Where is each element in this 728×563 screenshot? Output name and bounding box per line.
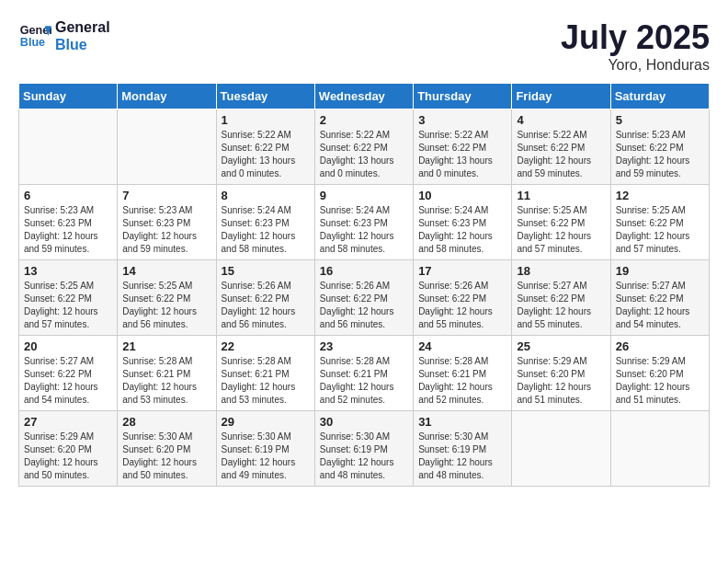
day-info: Sunrise: 5:25 AMSunset: 6:22 PMDaylight:… bbox=[517, 204, 605, 256]
day-info: Sunrise: 5:24 AMSunset: 6:23 PMDaylight:… bbox=[320, 204, 408, 256]
day-info: Sunrise: 5:22 AMSunset: 6:22 PMDaylight:… bbox=[517, 129, 605, 180]
calendar-cell: 8Sunrise: 5:24 AMSunset: 6:23 PMDaylight… bbox=[216, 185, 314, 260]
day-info: Sunrise: 5:29 AMSunset: 6:20 PMDaylight:… bbox=[616, 355, 704, 407]
day-number: 21 bbox=[122, 339, 210, 353]
calendar-cell bbox=[610, 411, 709, 487]
day-number: 31 bbox=[418, 415, 506, 429]
calendar-cell: 15Sunrise: 5:26 AMSunset: 6:22 PMDayligh… bbox=[216, 260, 314, 336]
logo: General Blue General Blue bbox=[18, 18, 110, 53]
day-info: Sunrise: 5:23 AMSunset: 6:23 PMDaylight:… bbox=[122, 204, 210, 256]
calendar-cell: 13Sunrise: 5:25 AMSunset: 6:22 PMDayligh… bbox=[19, 260, 118, 336]
location-subtitle: Yoro, Honduras bbox=[561, 57, 710, 74]
calendar-cell: 14Sunrise: 5:25 AMSunset: 6:22 PMDayligh… bbox=[118, 260, 216, 336]
calendar-cell: 12Sunrise: 5:25 AMSunset: 6:22 PMDayligh… bbox=[610, 185, 709, 260]
day-info: Sunrise: 5:24 AMSunset: 6:23 PMDaylight:… bbox=[222, 204, 310, 256]
calendar-cell bbox=[118, 109, 216, 185]
day-number: 26 bbox=[616, 339, 704, 353]
day-number: 20 bbox=[24, 339, 112, 353]
calendar-cell: 18Sunrise: 5:27 AMSunset: 6:22 PMDayligh… bbox=[512, 260, 610, 336]
calendar-cell: 17Sunrise: 5:26 AMSunset: 6:22 PMDayligh… bbox=[414, 260, 512, 336]
calendar-table: SundayMondayTuesdayWednesdayThursdayFrid… bbox=[18, 83, 710, 487]
calendar-cell: 6Sunrise: 5:23 AMSunset: 6:23 PMDaylight… bbox=[19, 185, 118, 260]
day-info: Sunrise: 5:30 AMSunset: 6:19 PMDaylight:… bbox=[320, 431, 408, 482]
calendar-cell: 20Sunrise: 5:27 AMSunset: 6:22 PMDayligh… bbox=[19, 336, 118, 411]
calendar-cell: 30Sunrise: 5:30 AMSunset: 6:19 PMDayligh… bbox=[314, 411, 413, 487]
day-number: 8 bbox=[222, 189, 310, 202]
calendar-cell: 16Sunrise: 5:26 AMSunset: 6:22 PMDayligh… bbox=[314, 260, 413, 336]
calendar-cell: 21Sunrise: 5:28 AMSunset: 6:21 PMDayligh… bbox=[118, 336, 216, 411]
calendar-cell: 10Sunrise: 5:24 AMSunset: 6:23 PMDayligh… bbox=[414, 185, 512, 260]
day-number: 24 bbox=[418, 339, 506, 353]
day-info: Sunrise: 5:27 AMSunset: 6:22 PMDaylight:… bbox=[24, 355, 112, 407]
day-info: Sunrise: 5:24 AMSunset: 6:23 PMDaylight:… bbox=[418, 204, 506, 256]
day-info: Sunrise: 5:27 AMSunset: 6:22 PMDaylight:… bbox=[616, 280, 704, 331]
day-number: 16 bbox=[320, 264, 408, 278]
day-number: 30 bbox=[320, 415, 408, 429]
day-number: 15 bbox=[222, 264, 310, 278]
calendar-cell bbox=[512, 411, 610, 487]
calendar-cell: 7Sunrise: 5:23 AMSunset: 6:23 PMDaylight… bbox=[118, 185, 216, 260]
day-number: 9 bbox=[320, 189, 408, 202]
day-info: Sunrise: 5:23 AMSunset: 6:22 PMDaylight:… bbox=[616, 129, 704, 180]
day-info: Sunrise: 5:29 AMSunset: 6:20 PMDaylight:… bbox=[24, 431, 112, 482]
title-block: July 2025 Yoro, Honduras bbox=[561, 18, 710, 74]
day-info: Sunrise: 5:29 AMSunset: 6:20 PMDaylight:… bbox=[517, 355, 605, 407]
calendar-cell: 1Sunrise: 5:22 AMSunset: 6:22 PMDaylight… bbox=[216, 109, 314, 185]
day-info: Sunrise: 5:22 AMSunset: 6:22 PMDaylight:… bbox=[320, 129, 408, 180]
day-number: 19 bbox=[616, 264, 704, 278]
calendar-cell: 22Sunrise: 5:28 AMSunset: 6:21 PMDayligh… bbox=[216, 336, 314, 411]
day-info: Sunrise: 5:30 AMSunset: 6:19 PMDaylight:… bbox=[222, 431, 310, 482]
day-number: 1 bbox=[222, 113, 310, 127]
day-number: 29 bbox=[222, 415, 310, 429]
month-title: July 2025 bbox=[561, 18, 710, 57]
day-info: Sunrise: 5:22 AMSunset: 6:22 PMDaylight:… bbox=[222, 129, 310, 180]
day-info: Sunrise: 5:30 AMSunset: 6:19 PMDaylight:… bbox=[418, 431, 506, 482]
day-number: 7 bbox=[122, 189, 210, 202]
calendar-cell: 19Sunrise: 5:27 AMSunset: 6:22 PMDayligh… bbox=[610, 260, 709, 336]
day-number: 13 bbox=[24, 264, 112, 278]
day-info: Sunrise: 5:25 AMSunset: 6:22 PMDaylight:… bbox=[24, 280, 112, 331]
column-header-thursday: Thursday bbox=[414, 84, 512, 109]
day-number: 6 bbox=[24, 189, 112, 202]
svg-text:Blue: Blue bbox=[20, 36, 45, 49]
day-info: Sunrise: 5:28 AMSunset: 6:21 PMDaylight:… bbox=[418, 355, 506, 407]
day-number: 23 bbox=[320, 339, 408, 353]
day-number: 3 bbox=[418, 113, 506, 127]
day-number: 25 bbox=[517, 339, 605, 353]
calendar-cell: 9Sunrise: 5:24 AMSunset: 6:23 PMDaylight… bbox=[314, 185, 413, 260]
day-number: 14 bbox=[122, 264, 210, 278]
calendar-cell bbox=[19, 109, 118, 185]
calendar-cell: 11Sunrise: 5:25 AMSunset: 6:22 PMDayligh… bbox=[512, 185, 610, 260]
day-number: 17 bbox=[418, 264, 506, 278]
calendar-cell: 27Sunrise: 5:29 AMSunset: 6:20 PMDayligh… bbox=[19, 411, 118, 487]
day-number: 18 bbox=[517, 264, 605, 278]
day-info: Sunrise: 5:26 AMSunset: 6:22 PMDaylight:… bbox=[320, 280, 408, 331]
calendar-cell: 31Sunrise: 5:30 AMSunset: 6:19 PMDayligh… bbox=[414, 411, 512, 487]
day-info: Sunrise: 5:25 AMSunset: 6:22 PMDaylight:… bbox=[616, 204, 704, 256]
day-number: 5 bbox=[616, 113, 704, 127]
day-number: 28 bbox=[122, 415, 210, 429]
day-number: 10 bbox=[418, 189, 506, 202]
calendar-cell: 4Sunrise: 5:22 AMSunset: 6:22 PMDaylight… bbox=[512, 109, 610, 185]
day-info: Sunrise: 5:30 AMSunset: 6:20 PMDaylight:… bbox=[122, 431, 210, 482]
day-info: Sunrise: 5:25 AMSunset: 6:22 PMDaylight:… bbox=[122, 280, 210, 331]
column-header-sunday: Sunday bbox=[19, 84, 118, 109]
day-info: Sunrise: 5:26 AMSunset: 6:22 PMDaylight:… bbox=[222, 280, 310, 331]
column-header-monday: Monday bbox=[118, 84, 216, 109]
day-number: 11 bbox=[517, 189, 605, 202]
day-number: 12 bbox=[616, 189, 704, 202]
day-info: Sunrise: 5:28 AMSunset: 6:21 PMDaylight:… bbox=[122, 355, 210, 407]
day-number: 2 bbox=[320, 113, 408, 127]
day-info: Sunrise: 5:23 AMSunset: 6:23 PMDaylight:… bbox=[24, 204, 112, 256]
calendar-cell: 25Sunrise: 5:29 AMSunset: 6:20 PMDayligh… bbox=[512, 336, 610, 411]
day-number: 4 bbox=[517, 113, 605, 127]
column-header-friday: Friday bbox=[512, 84, 610, 109]
day-info: Sunrise: 5:26 AMSunset: 6:22 PMDaylight:… bbox=[418, 280, 506, 331]
calendar-cell: 23Sunrise: 5:28 AMSunset: 6:21 PMDayligh… bbox=[314, 336, 413, 411]
calendar-cell: 24Sunrise: 5:28 AMSunset: 6:21 PMDayligh… bbox=[414, 336, 512, 411]
day-number: 22 bbox=[222, 339, 310, 353]
page-header: General Blue General Blue July 2025 Yoro… bbox=[18, 18, 710, 74]
day-info: Sunrise: 5:22 AMSunset: 6:22 PMDaylight:… bbox=[418, 129, 506, 180]
column-header-tuesday: Tuesday bbox=[216, 84, 314, 109]
calendar-cell: 5Sunrise: 5:23 AMSunset: 6:22 PMDaylight… bbox=[610, 109, 709, 185]
